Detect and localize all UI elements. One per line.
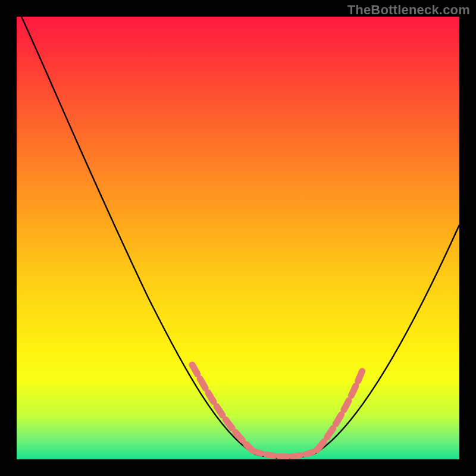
highlight-left [192, 365, 252, 450]
highlight-mid [253, 451, 315, 456]
plot-area [17, 17, 459, 459]
highlight-right [317, 368, 364, 450]
chart-frame: TheBottleneck.com [0, 0, 476, 476]
curve-svg [17, 17, 459, 459]
watermark-text: TheBottleneck.com [347, 2, 470, 18]
bottleneck-curve [21, 17, 459, 458]
